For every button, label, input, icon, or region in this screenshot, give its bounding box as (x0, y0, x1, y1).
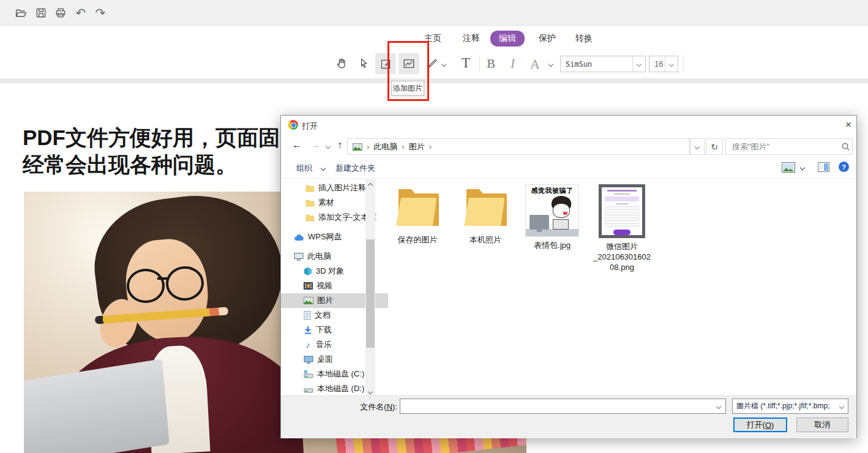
folder-icon (305, 184, 315, 192)
wx-row (605, 217, 640, 221)
photo-glasses-bridge (157, 277, 168, 280)
wechat-thumbnail (599, 184, 645, 238)
meme-tongue (563, 212, 567, 215)
sidebar-scrollbar[interactable] (365, 179, 375, 398)
view-caret[interactable] (800, 165, 805, 170)
nav-history-caret[interactable] (326, 144, 331, 149)
filename-combobox (400, 399, 726, 414)
file-name-line1: 微信图片 (606, 241, 638, 252)
help-icon[interactable]: ? (839, 162, 849, 172)
view-thumbnails-button[interactable] (782, 162, 795, 173)
nav-back-button[interactable]: ← (292, 140, 302, 150)
address-bar[interactable]: › 此电脑 › 图片 › (347, 138, 690, 155)
desktop-icon (304, 356, 313, 364)
cube-icon (304, 267, 312, 276)
tab-convert[interactable]: 转换 (575, 33, 593, 44)
open-folder-icon (15, 7, 28, 20)
filename-caret[interactable] (712, 405, 725, 408)
file-name: 本机照片 (470, 234, 501, 245)
filename-input[interactable] (400, 399, 712, 413)
nav-forward-button[interactable]: → (310, 140, 320, 150)
search-input[interactable] (731, 141, 841, 152)
add-text-tool-button[interactable]: T (462, 55, 470, 71)
open-file-dialog: 打开 × ← → ↑ › 此电脑 › 图片 › ↻ (280, 115, 857, 438)
wx-row (605, 212, 640, 215)
open-file-button[interactable] (13, 6, 28, 20)
meme-floor (526, 229, 578, 236)
music-note-icon: ♪ (304, 340, 312, 350)
file-name-line3: 08.png (610, 262, 634, 272)
close-icon[interactable]: × (842, 119, 855, 131)
tab-protect[interactable]: 保护 (539, 33, 556, 44)
font-color-button[interactable]: A (530, 56, 540, 72)
font-family-combobox[interactable]: SimSun (560, 56, 646, 72)
tooltip-text: 添加图片 (393, 83, 422, 94)
color-dropdown-caret[interactable] (548, 62, 553, 67)
font-size-caret[interactable] (665, 56, 678, 72)
filetype-value: 圖片檔 (*.tiff;*.pjp;*.jfif;*.bmp; (733, 401, 836, 411)
redo-button[interactable]: ↷ (93, 6, 108, 20)
file-tile-camera-roll[interactable]: 本机照片 (454, 184, 517, 245)
print-button[interactable] (53, 6, 68, 20)
wx-row (605, 223, 640, 226)
breadcrumb-this-pc[interactable]: 此电脑 (373, 141, 397, 152)
file-tile-saved-pictures[interactable]: 保存的图片 (386, 184, 449, 245)
hand-tool-button[interactable] (335, 57, 348, 70)
folder-icon (305, 199, 315, 207)
file-tile-wechat-image[interactable]: 微信图片 _202106301602 08.png (590, 184, 654, 272)
nav-up-button[interactable]: ↑ (337, 140, 342, 150)
pictures-location-icon (353, 143, 362, 151)
font-family-value: SimSun (561, 60, 632, 69)
cursor-icon (358, 58, 370, 69)
folder-icon (305, 214, 315, 222)
filetype-select[interactable]: 圖片檔 (*.tiff;*.pjp;*.jfif;*.bmp; (732, 399, 848, 414)
search-icon (841, 142, 850, 151)
add-image-tooltip: 添加图片 (391, 81, 424, 95)
open-button[interactable]: 打开(O) (733, 417, 787, 432)
meme-face (553, 203, 570, 218)
undo-icon: ↶ (76, 7, 86, 19)
organize-menu-button[interactable]: 组织 (296, 163, 312, 174)
file-name: 保存的图片 (398, 234, 438, 245)
font-size-combobox[interactable]: 16 (649, 56, 678, 72)
scroll-down-arrow[interactable] (368, 389, 373, 394)
font-family-caret[interactable] (632, 56, 645, 72)
sidebar-item-this-pc[interactable]: 此电脑 (281, 249, 378, 264)
folder-large-icon (460, 184, 511, 231)
breadcrumb-separator: › (367, 142, 369, 151)
dialog-title: 打开 (302, 121, 318, 132)
folder-large-icon (392, 184, 443, 231)
breadcrumb-separator: › (402, 142, 404, 151)
preview-pane-button[interactable] (818, 162, 829, 172)
disk-icon (304, 384, 313, 393)
tab-comment[interactable]: 注释 (463, 33, 480, 44)
undo-button[interactable]: ↶ (73, 6, 88, 20)
redo-icon: ↷ (95, 7, 106, 19)
tab-edit-selected[interactable]: 编辑 (490, 31, 525, 47)
breadcrumb-separator: › (429, 142, 432, 151)
filetype-caret (836, 405, 848, 408)
breadcrumb-pictures[interactable]: 图片 (409, 141, 425, 152)
italic-button[interactable]: I (511, 56, 515, 72)
pen-dropdown-caret[interactable] (441, 62, 446, 67)
save-icon (35, 7, 47, 19)
bold-button[interactable]: B (487, 56, 495, 72)
scroll-up-arrow[interactable] (368, 183, 373, 188)
cancel-button[interactable]: 取消 (796, 417, 848, 432)
scrollbar-thumb[interactable] (366, 239, 375, 348)
save-button[interactable] (34, 6, 48, 20)
address-dropdown-button[interactable] (690, 138, 705, 155)
video-icon (304, 282, 313, 290)
photo-laptop (24, 359, 170, 453)
file-name: 表情包.jpg (534, 240, 571, 250)
file-tile-meme[interactable]: 感觉我被骗了 表情包.jpg (520, 184, 584, 250)
select-tool-button[interactable] (358, 58, 370, 69)
refresh-button[interactable]: ↻ (706, 138, 723, 155)
meme-monitor-stand (537, 229, 542, 232)
filename-label: 文件名(N): (330, 402, 397, 413)
quick-access-toolbar: ↶ ↷ (0, 0, 868, 26)
app-window: ↶ ↷ 主页 注释 编辑 保护 转换 (0, 0, 868, 453)
sidebar-item-wps-cloud[interactable]: WPS网盘 (281, 230, 378, 244)
new-folder-button[interactable]: 新建文件夹 (335, 163, 375, 174)
meme-thumbnail: 感觉我被骗了 (525, 184, 579, 237)
